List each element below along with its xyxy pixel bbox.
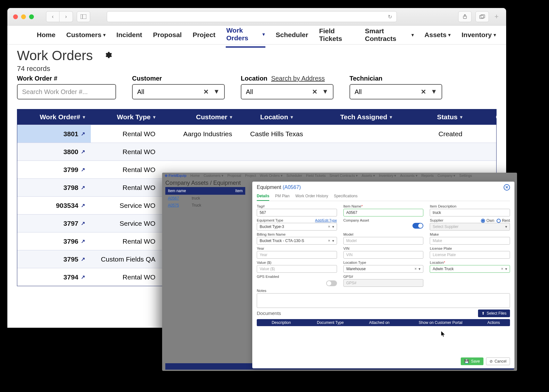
select-files-button[interactable]: ⬆Select Files [478,310,510,317]
assets-nav-item[interactable]: Work Orders ▾ [260,174,283,178]
search-by-address-link[interactable]: Search by Address [271,75,325,82]
open-icon[interactable]: ↗ [81,220,85,226]
column-header[interactable]: C [468,109,506,125]
save-button[interactable]: 💾Save [461,357,483,365]
filter-icon[interactable]: ▾ [460,114,462,120]
assets-nav-item[interactable]: Smart Contracts ▾ [329,174,358,178]
value-input[interactable]: Value ($) [257,265,337,273]
fullscreen-window-icon[interactable] [29,14,34,19]
assets-nav-item[interactable]: Home [190,174,200,177]
customer-select[interactable]: All ✕▼ [132,84,225,99]
make-input[interactable]: Make [430,237,510,245]
address-bar[interactable]: ↻ [107,11,397,22]
nav-inventory[interactable]: Inventory▾ [461,27,497,43]
chevron-down-icon[interactable]: ▼ [213,88,220,96]
technician-select[interactable]: All ✕▼ [349,84,442,99]
assets-nav-item[interactable]: Customers ▾ [204,174,224,178]
assets-nav-item[interactable]: Field Tickets [306,174,325,177]
back-button[interactable]: ‹ [46,11,59,22]
share-icon[interactable] [458,11,472,22]
tabs-icon[interactable] [475,11,489,22]
column-header[interactable]: Tech Assigned▾ [321,109,398,125]
nav-proposal[interactable]: Proposal [153,27,183,43]
filter-icon[interactable]: ▾ [230,114,232,120]
column-header[interactable]: Location▾ [238,109,321,125]
tab-work-order-history[interactable]: Work Order History [295,192,328,201]
equipment-type-select[interactable]: Bucket Type-3×▾ [257,223,337,231]
assets-nav-item[interactable]: Reports [421,174,434,177]
column-header[interactable]: Status▾ [398,109,468,125]
close-window-icon[interactable] [13,14,18,19]
table-row[interactable]: 3801 ↗Rental WOAargo IndustriesCastle Hi… [17,125,496,143]
nav-project[interactable]: Project [192,27,216,43]
open-icon[interactable]: ↗ [81,167,85,173]
vin-input[interactable]: VIN [343,251,424,259]
nav-customers[interactable]: Customers▾ [66,27,106,43]
location-type-select[interactable]: Warehouse×▾ [343,265,424,273]
column-header[interactable]: Work Order#▾ [17,109,91,125]
add-edit-type-link[interactable]: Add/Edit Type [315,218,337,223]
gps-enabled-toggle[interactable] [326,280,337,286]
open-icon[interactable]: ↗ [81,274,85,280]
filter-icon[interactable]: ▾ [153,114,155,120]
asset-row[interactable]: A0575Truck [165,202,245,209]
nav-home[interactable]: Home [36,27,56,43]
tag-input[interactable]: 567 [257,209,337,216]
assets-nav-item[interactable]: Assets ▾ [362,174,375,178]
asset-row[interactable]: A0567truck [165,195,245,202]
nav-field-tickets[interactable]: Field Tickets [318,23,355,47]
notes-input[interactable] [257,293,510,308]
nav-work-orders[interactable]: Work Orders▾ [226,22,266,48]
clear-icon[interactable]: ✕ [203,88,209,96]
open-icon[interactable]: ↗ [81,149,85,155]
open-icon[interactable]: ↗ [81,131,85,137]
nav-scheduler[interactable]: Scheduler [275,27,309,43]
asset-link[interactable]: A0575 [168,203,179,208]
asset-link[interactable]: A0567 [168,196,179,200]
cancel-button[interactable]: ⊘Cancel [486,357,510,365]
column-header[interactable]: Customer▾ [161,109,238,125]
filter-icon[interactable]: ▾ [83,114,85,120]
assets-nav-item[interactable]: Inventory ▾ [379,174,396,178]
column-header[interactable]: Work Type▾ [91,109,161,125]
rent-radio[interactable] [497,219,501,223]
open-icon[interactable]: ↗ [81,184,85,191]
own-radio[interactable] [481,219,485,223]
nav-incident[interactable]: Incident [116,27,143,43]
minimize-window-icon[interactable] [21,14,26,19]
chevron-down-icon[interactable]: ▼ [431,88,437,96]
reload-icon[interactable]: ↻ [388,14,392,20]
close-icon[interactable]: ✕ [504,184,510,191]
forward-button[interactable]: › [59,11,73,22]
assets-nav-item[interactable]: Proposal [227,174,241,177]
new-tab-icon[interactable]: + [493,11,500,22]
item-description-input[interactable]: truck [430,209,510,216]
filter-icon[interactable]: ▾ [390,114,392,120]
tab-specifications[interactable]: Specifications [334,192,357,201]
model-input[interactable]: Model [343,237,424,245]
sidebar-toggle-icon[interactable] [77,11,90,22]
year-input[interactable]: Year [257,251,337,259]
open-icon[interactable]: ↗ [81,256,85,262]
table-row[interactable]: 3800 ↗Rental WO [17,143,496,161]
open-icon[interactable]: ↗ [81,202,85,208]
assets-nav-item[interactable]: Accounts ▾ [400,174,417,178]
open-icon[interactable]: ↗ [81,238,85,244]
assets-nav-item[interactable]: Company ▾ [437,174,455,178]
clear-icon[interactable]: ✕ [312,88,318,96]
company-asset-toggle[interactable] [412,223,423,229]
clear-icon[interactable]: ✕ [421,88,426,96]
filter-icon[interactable]: ▾ [291,114,293,120]
item-name-input[interactable]: A0567 [343,209,424,216]
location-select[interactable]: All ✕▼ [241,84,333,99]
gear-icon[interactable] [104,51,112,60]
chevron-down-icon[interactable]: ▼ [322,88,328,96]
nav-assets[interactable]: Assets▾ [424,27,451,43]
license-plate-input[interactable]: License Plate [430,251,510,259]
assets-nav-item[interactable]: Scheduler [286,174,302,177]
billing-item-select[interactable]: Bucket Truck - CTA-130-S×▾ [257,237,337,245]
tab-pm-plan[interactable]: PM Plan [275,192,289,201]
tab-details[interactable]: Details [257,192,269,201]
assets-nav-item[interactable]: Settings [459,174,472,177]
search-input[interactable]: Search Work Order #... [17,84,116,99]
